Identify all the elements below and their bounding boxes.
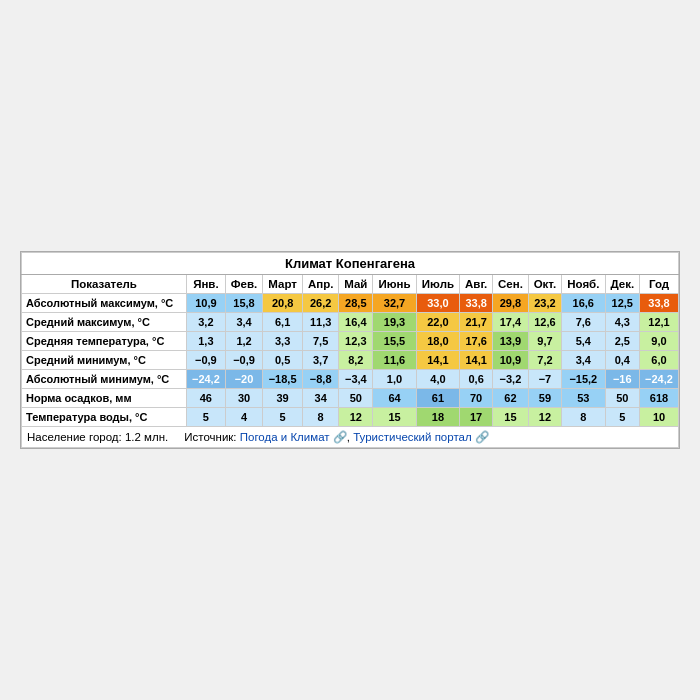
abs-min-may: −3,4 [339, 370, 373, 389]
water-nov: 8 [562, 408, 605, 427]
title-row: Климат Копенгагена [22, 253, 679, 275]
avg-max-may: 16,4 [339, 313, 373, 332]
avg-max-oct: 12,6 [528, 313, 561, 332]
source-link-2[interactable]: Туристический портал [353, 431, 471, 443]
avg-min-may: 8,2 [339, 351, 373, 370]
avg-temp-jun: 15,5 [373, 332, 416, 351]
water-mar: 5 [263, 408, 303, 427]
avg-min-mar: 0,5 [263, 351, 303, 370]
avg-max-feb: 3,4 [225, 313, 262, 332]
abs-min-label: Абсолютный минимум, °С [22, 370, 187, 389]
abs-min-jan: −24,2 [186, 370, 225, 389]
abs-max-jan: 10,9 [186, 294, 225, 313]
precip-sep: 62 [493, 389, 529, 408]
avg-temp-label: Средняя температура, °С [22, 332, 187, 351]
col-header-year: Год [640, 275, 679, 294]
avg-temp-apr: 7,5 [302, 332, 338, 351]
abs-max-feb: 15,8 [225, 294, 262, 313]
abs-max-dec: 12,5 [605, 294, 639, 313]
link-separator-2: 🔗 [475, 431, 489, 443]
water-jul: 18 [416, 408, 459, 427]
water-jun: 15 [373, 408, 416, 427]
avg-max-apr: 11,3 [302, 313, 338, 332]
col-header-nov: Нояб. [562, 275, 605, 294]
avg-max-jun: 19,3 [373, 313, 416, 332]
col-header-apr: Апр. [302, 275, 338, 294]
avg-min-label: Средний минимум, °С [22, 351, 187, 370]
avg-min-aug: 14,1 [460, 351, 493, 370]
avg-min-jun: 11,6 [373, 351, 416, 370]
col-header-may: Май [339, 275, 373, 294]
abs-min-aug: 0,6 [460, 370, 493, 389]
avg-temp-row: Средняя температура, °С 1,3 1,2 3,3 7,5 … [22, 332, 679, 351]
avg-max-jan: 3,2 [186, 313, 225, 332]
water-dec: 5 [605, 408, 639, 427]
avg-temp-jan: 1,3 [186, 332, 225, 351]
precip-row: Норма осадков, мм 46 30 39 34 50 64 61 7… [22, 389, 679, 408]
avg-max-jul: 22,0 [416, 313, 459, 332]
abs-max-label: Абсолютный максимум, °С [22, 294, 187, 313]
abs-max-oct: 23,2 [528, 294, 561, 313]
population-text: Население город: 1.2 млн. [27, 431, 168, 443]
avg-min-jan: −0,9 [186, 351, 225, 370]
avg-temp-aug: 17,6 [460, 332, 493, 351]
avg-temp-mar: 3,3 [263, 332, 303, 351]
abs-min-oct: −7 [528, 370, 561, 389]
abs-min-jul: 4,0 [416, 370, 459, 389]
avg-temp-year: 9,0 [640, 332, 679, 351]
precip-label: Норма осадков, мм [22, 389, 187, 408]
abs-max-row: Абсолютный максимум, °С 10,9 15,8 20,8 2… [22, 294, 679, 313]
precip-year: 618 [640, 389, 679, 408]
avg-min-oct: 7,2 [528, 351, 561, 370]
abs-min-sep: −3,2 [493, 370, 529, 389]
water-feb: 4 [225, 408, 262, 427]
precip-jan: 46 [186, 389, 225, 408]
abs-max-year: 33,8 [640, 294, 679, 313]
climate-table-container: Климат Копенгагена Показатель Янв. Фев. … [20, 251, 680, 449]
avg-min-nov: 3,4 [562, 351, 605, 370]
footer-cell: Население город: 1.2 млн. Источник: Пого… [22, 427, 679, 448]
abs-min-mar: −18,5 [263, 370, 303, 389]
water-oct: 12 [528, 408, 561, 427]
col-header-jan: Янв. [186, 275, 225, 294]
col-header-aug: Авг. [460, 275, 493, 294]
precip-dec: 50 [605, 389, 639, 408]
col-header-oct: Окт. [528, 275, 561, 294]
col-header-jul: Июль [416, 275, 459, 294]
avg-max-sep: 17,4 [493, 313, 529, 332]
water-aug: 17 [460, 408, 493, 427]
avg-max-dec: 4,3 [605, 313, 639, 332]
avg-min-jul: 14,1 [416, 351, 459, 370]
abs-min-jun: 1,0 [373, 370, 416, 389]
water-apr: 8 [302, 408, 338, 427]
header-row: Показатель Янв. Фев. Март Апр. Май Июнь … [22, 275, 679, 294]
avg-max-nov: 7,6 [562, 313, 605, 332]
precip-jul: 61 [416, 389, 459, 408]
avg-max-row: Средний максимум, °С 3,2 3,4 6,1 11,3 16… [22, 313, 679, 332]
abs-max-apr: 26,2 [302, 294, 338, 313]
avg-min-row: Средний минимум, °С −0,9 −0,9 0,5 3,7 8,… [22, 351, 679, 370]
avg-temp-oct: 9,7 [528, 332, 561, 351]
avg-temp-jul: 18,0 [416, 332, 459, 351]
abs-max-jul: 33,0 [416, 294, 459, 313]
abs-max-mar: 20,8 [263, 294, 303, 313]
abs-min-nov: −15,2 [562, 370, 605, 389]
avg-min-sep: 10,9 [493, 351, 529, 370]
precip-oct: 59 [528, 389, 561, 408]
abs-max-jun: 32,7 [373, 294, 416, 313]
avg-max-label: Средний максимум, °С [22, 313, 187, 332]
source-link-1[interactable]: Погода и Климат [240, 431, 330, 443]
avg-temp-nov: 5,4 [562, 332, 605, 351]
col-header-feb: Фев. [225, 275, 262, 294]
precip-nov: 53 [562, 389, 605, 408]
climate-table: Климат Копенгагена Показатель Янв. Фев. … [21, 252, 679, 448]
abs-min-year: −24,2 [640, 370, 679, 389]
avg-min-feb: −0,9 [225, 351, 262, 370]
abs-max-sep: 29,8 [493, 294, 529, 313]
table-title: Климат Копенгагена [22, 253, 679, 275]
col-header-sep: Сен. [493, 275, 529, 294]
abs-min-row: Абсолютный минимум, °С −24,2 −20 −18,5 −… [22, 370, 679, 389]
abs-min-feb: −20 [225, 370, 262, 389]
avg-temp-may: 12,3 [339, 332, 373, 351]
col-header-jun: Июнь [373, 275, 416, 294]
